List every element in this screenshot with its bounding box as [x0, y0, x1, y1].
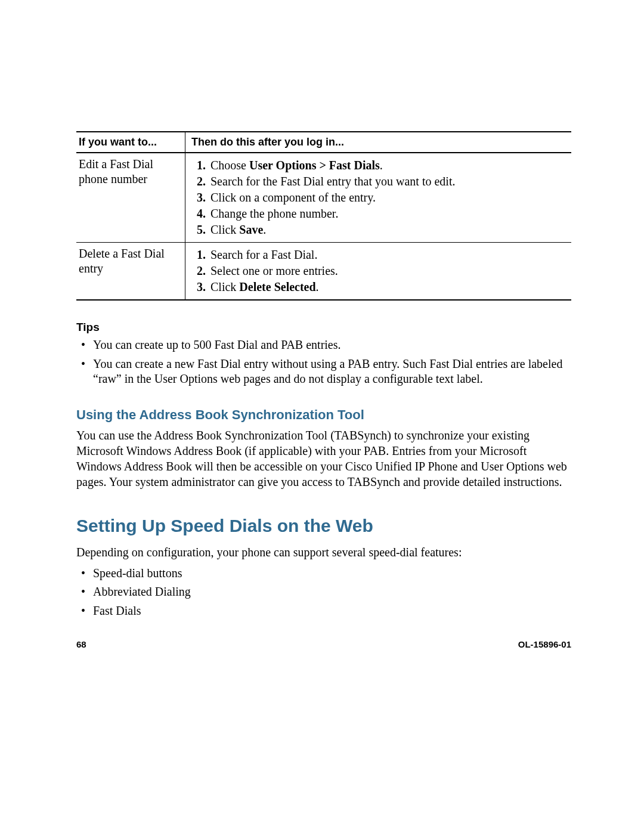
- list-item: 1.Choose User Options > Fast Dials.: [208, 158, 566, 173]
- list-item: Speed-dial buttons: [93, 566, 571, 581]
- task-cell: Edit a Fast Dial phone number: [76, 153, 185, 243]
- section-heading-sync: Using the Address Book Synchronization T…: [76, 407, 571, 423]
- sync-body: You can use the Address Book Synchroniza…: [76, 428, 571, 490]
- instruction-table: If you want to... Then do this after you…: [76, 131, 571, 301]
- table-row: Edit a Fast Dial phone number 1.Choose U…: [76, 153, 571, 243]
- section-heading-speed-dials: Setting Up Speed Dials on the Web: [76, 516, 571, 536]
- list-item: 4.Change the phone number.: [208, 206, 566, 221]
- table-row: Delete a Fast Dial entry 1.Search for a …: [76, 243, 571, 301]
- tips-list: You can create up to 500 Fast Dial and P…: [76, 337, 571, 387]
- table-header-task: If you want to...: [76, 132, 185, 153]
- table-header-action: Then do this after you log in...: [185, 132, 572, 153]
- page-number: 68: [76, 639, 86, 649]
- tips-heading: Tips: [76, 321, 571, 334]
- list-item: You can create a new Fast Dial entry wit…: [93, 357, 571, 387]
- list-item: 2.Select one or more entries.: [208, 264, 566, 278]
- steps-cell: 1.Choose User Options > Fast Dials. 2.Se…: [185, 153, 572, 243]
- list-item: You can create up to 500 Fast Dial and P…: [93, 337, 571, 353]
- list-item: Fast Dials: [93, 603, 571, 619]
- list-item: 2.Search for the Fast Dial entry that yo…: [208, 174, 566, 189]
- list-item: 3.Click Delete Selected.: [208, 280, 566, 295]
- list-item: 1.Search for a Fast Dial.: [208, 247, 566, 262]
- list-item: Abbreviated Dialing: [93, 584, 571, 600]
- page-footer: 68 OL-15896-01: [76, 639, 571, 649]
- doc-id: OL-15896-01: [518, 639, 571, 649]
- list-item: 5.Click Save.: [208, 222, 566, 237]
- speed-dial-list: Speed-dial buttons Abbreviated Dialing F…: [76, 566, 571, 619]
- task-cell: Delete a Fast Dial entry: [76, 243, 185, 301]
- steps-cell: 1.Search for a Fast Dial. 2.Select one o…: [185, 243, 572, 301]
- speed-intro: Depending on configuration, your phone c…: [76, 544, 571, 560]
- list-item: 3.Click on a component of the entry.: [208, 190, 566, 205]
